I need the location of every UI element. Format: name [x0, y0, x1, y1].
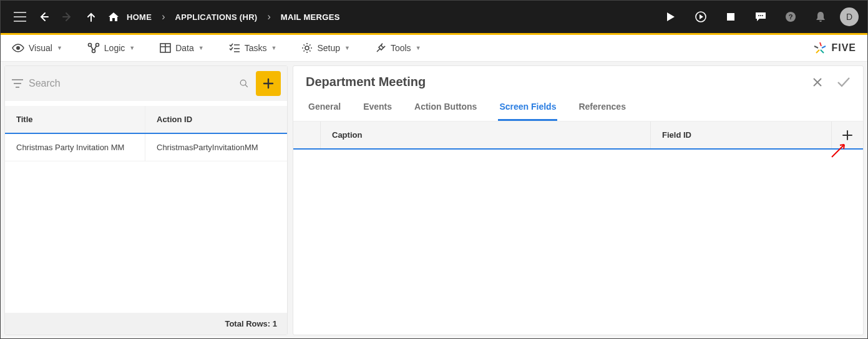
notifications-button[interactable] [810, 6, 831, 27]
menu-label: Setup [317, 43, 340, 53]
hamburger-icon [14, 12, 26, 22]
menu-label: Visual [29, 43, 52, 53]
avatar[interactable]: D [840, 7, 859, 26]
hamburger-button[interactable] [9, 6, 31, 27]
tools-icon [375, 42, 386, 54]
brand-text: FIVE [831, 42, 856, 54]
search-input[interactable] [29, 78, 232, 89]
add-field-button[interactable] [832, 122, 863, 148]
bell-icon [816, 11, 826, 22]
tabs: General Events Action Buttons Screen Fie… [293, 94, 863, 122]
svg-point-13 [240, 80, 246, 85]
chevron-down-icon: ▼ [129, 45, 135, 51]
gear-icon [301, 42, 313, 54]
chevron-right-icon: › [155, 11, 171, 22]
breadcrumb-home[interactable]: HOME [123, 12, 155, 22]
chat-button[interactable] [750, 6, 771, 27]
cell-action-id: ChristmasPartyInvitationMM [145, 134, 287, 161]
svg-text:?: ? [789, 13, 793, 21]
stop-button[interactable] [720, 6, 741, 27]
arrow-left-icon [38, 11, 49, 22]
play-icon [666, 12, 675, 22]
topbar-right: ? D [660, 6, 859, 27]
close-icon [812, 77, 823, 88]
breadcrumb-applications[interactable]: APPLICATIONS (HR) [172, 12, 261, 22]
menu-label: Tasks [245, 43, 267, 53]
chevron-down-icon: ▼ [198, 45, 204, 51]
topbar-left: HOME › APPLICATIONS (HR) › MAIL MERGES [9, 6, 344, 27]
tab-events[interactable]: Events [362, 94, 393, 121]
breadcrumb: HOME › APPLICATIONS (HR) › MAIL MERGES [108, 11, 344, 22]
chevron-down-icon: ▼ [57, 45, 62, 51]
help-icon: ? [785, 11, 796, 22]
svg-point-7 [16, 46, 20, 50]
tab-general[interactable]: General [307, 94, 342, 121]
help-button[interactable]: ? [780, 6, 801, 27]
run-button[interactable] [660, 6, 681, 27]
menu-visual[interactable]: Visual ▼ [12, 43, 62, 53]
logic-icon [87, 42, 100, 54]
list-header: Title Action ID [5, 106, 287, 134]
forward-button [57, 6, 78, 27]
close-button[interactable] [812, 77, 823, 88]
chat-icon [754, 11, 767, 22]
menu-tasks[interactable]: Tasks ▼ [229, 43, 277, 53]
col-header-action-id[interactable]: Action ID [145, 106, 287, 133]
topbar: HOME › APPLICATIONS (HR) › MAIL MERGES ?… [1, 1, 867, 33]
col-header-field-id[interactable]: Field ID [651, 122, 832, 148]
list-row[interactable]: Christmas Party Invitation MM ChristmasP… [5, 134, 287, 161]
menu-setup[interactable]: Setup ▼ [301, 42, 350, 54]
col-header-title[interactable]: Title [5, 106, 145, 133]
tab-screen-fields[interactable]: Screen Fields [498, 94, 557, 121]
menu-label: Logic [104, 43, 125, 53]
svg-point-12 [305, 46, 309, 50]
menu-logic[interactable]: Logic ▼ [87, 42, 135, 54]
play-circle-icon [695, 11, 707, 23]
chevron-right-icon: › [261, 11, 277, 22]
detail-panel: Department Meeting General Events Action… [293, 65, 864, 335]
plus-icon [263, 78, 274, 89]
svg-point-4 [762, 15, 763, 16]
menu-label: Tools [391, 43, 411, 53]
chevron-down-icon: ▼ [271, 45, 277, 51]
menu-data[interactable]: Data ▼ [160, 43, 204, 53]
stop-icon [726, 12, 735, 21]
cell-title: Christmas Party Invitation MM [5, 134, 145, 161]
deploy-button[interactable] [690, 6, 711, 27]
up-button[interactable] [80, 6, 102, 27]
menubar: Visual ▼ Logic ▼ Data ▼ Tasks ▼ Setup ▼ … [1, 35, 867, 62]
back-button[interactable] [33, 6, 54, 27]
list-footer: Total Rows: 1 [5, 313, 287, 335]
subgrid-header: Caption Field ID [293, 122, 863, 150]
detail-actions [812, 77, 851, 88]
list-panel: Title Action ID Christmas Party Invitati… [4, 65, 288, 335]
col-header-handle [293, 122, 321, 148]
add-button[interactable] [256, 71, 281, 96]
eye-icon [12, 44, 24, 52]
chevron-down-icon: ▼ [416, 45, 421, 51]
plus-icon [842, 130, 852, 140]
home-icon [108, 12, 119, 22]
detail-header: Department Meeting [293, 66, 863, 94]
menu-tools[interactable]: Tools ▼ [375, 42, 421, 54]
list-body: Christmas Party Invitation MM ChristmasP… [5, 134, 287, 313]
save-button[interactable] [837, 77, 851, 88]
menu-label: Data [175, 43, 194, 53]
brand-icon [812, 41, 827, 55]
svg-point-3 [760, 15, 761, 16]
search-bar [5, 66, 287, 101]
workspace: Title Action ID Christmas Party Invitati… [1, 62, 867, 339]
arrow-up-icon [86, 12, 96, 22]
tab-references[interactable]: References [577, 94, 627, 121]
check-icon [837, 77, 851, 88]
search-icon[interactable] [237, 77, 251, 90]
breadcrumb-current: MAIL MERGES [277, 12, 344, 22]
page-title: Department Meeting [306, 75, 426, 89]
tasks-icon [229, 43, 240, 53]
table-icon [160, 43, 171, 53]
filter-icon[interactable] [11, 79, 24, 88]
svg-point-2 [758, 15, 759, 16]
col-header-caption[interactable]: Caption [321, 122, 651, 148]
tab-action-buttons[interactable]: Action Buttons [413, 94, 478, 121]
arrow-right-icon [62, 11, 73, 22]
